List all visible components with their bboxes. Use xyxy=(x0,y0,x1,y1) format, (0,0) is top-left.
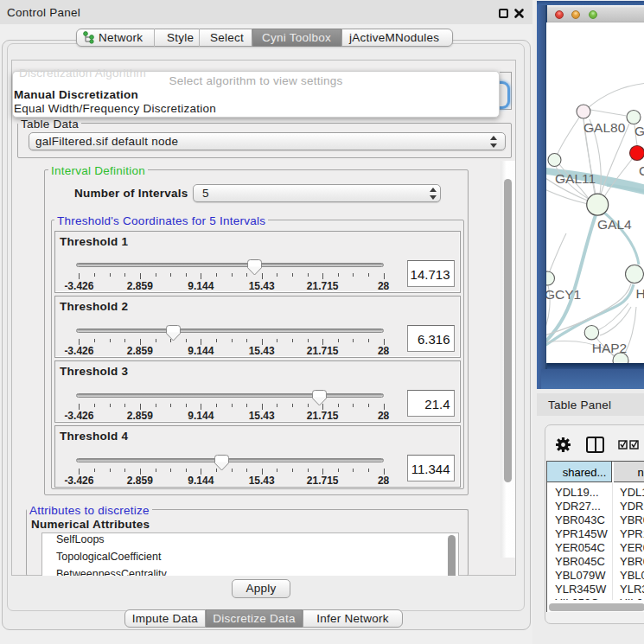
svg-text:GAL4: GAL4 xyxy=(597,217,632,232)
svg-text:GAL11: GAL11 xyxy=(555,171,596,186)
svg-text:H: H xyxy=(636,286,644,301)
svg-text:HAP2: HAP2 xyxy=(592,341,628,355)
svg-text:GCY1: GCY1 xyxy=(546,287,581,302)
svg-text:GAL80: GAL80 xyxy=(583,120,626,135)
svg-text:G.: G. xyxy=(634,124,644,138)
svg-text:C: C xyxy=(639,163,644,178)
